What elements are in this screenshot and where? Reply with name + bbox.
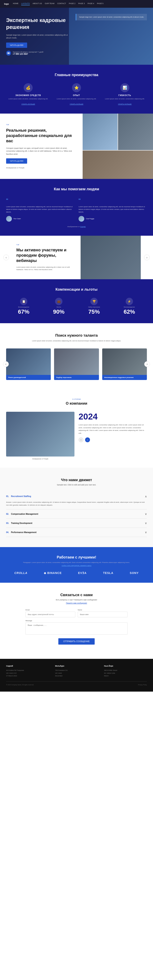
advantages-title: Главные преимущества <box>6 73 147 77</box>
about-image-link[interactable]: Изображение от Freepik <box>6 458 74 460</box>
how-help-link: Изображение от Freepik <box>6 226 147 228</box>
hero-phone-label: Закажите 20 минут с экспертом? 7 дней! <box>13 51 43 53</box>
advantage-title-0: ЭКОНОМИЯ СРЕДСТВ <box>6 94 50 97</box>
compensation-section: Компенсации и льготы 📋 Вознаграждение 67… <box>0 279 153 323</box>
advantages-section: Главные преимущества 💰 ЭКОНОМИЯ СРЕДСТВ … <box>0 65 153 114</box>
faq-header-2[interactable]: 03. Training Development ∨ <box>6 519 147 528</box>
author-avatar-0 <box>6 216 12 222</box>
comp-label-3: Вознаграждение <box>124 306 135 308</box>
nav-link-page 4[interactable]: PAGE 4 <box>87 2 94 5</box>
comp-icon-3: ⚡ <box>126 298 133 305</box>
nav-link-contact[interactable]: CONTACT <box>57 2 66 5</box>
talent-prev-arrow[interactable]: ‹ <box>3 361 9 367</box>
author-name-0: Пол Смит <box>13 218 21 220</box>
real-solutions-button[interactable]: ЧИТАТЬ ДАЛЕЕ <box>6 158 27 164</box>
hero-phone-info: Закажите 20 минут с экспертом? 7 дней! +… <box>13 51 43 55</box>
talent-card-image-0 <box>6 348 51 375</box>
advantage-link-1[interactable]: УЗНАТЬ БОЛЬШЕ <box>69 103 83 105</box>
compensation-grid: 📋 Вознаграждение 67% 💼 Льготы 90% 🏆 Набо… <box>6 298 147 315</box>
comp-icon-2: 🏆 <box>90 298 98 305</box>
faq-container: 01. Recruitment Staffing ∧ Answer. Lorem… <box>6 492 147 537</box>
forums-next-btn[interactable]: › <box>141 255 153 260</box>
real-solutions-section: ТЭГ Реальные решения, разработанные спец… <box>0 114 153 179</box>
faq-title-2: Training Development <box>11 522 145 524</box>
advantage-icon-2: 📊 <box>120 83 129 92</box>
nav-link-our team[interactable]: OUR TEAM <box>45 2 54 5</box>
real-solutions-left: ТЭГ Реальные решения, разработанные спец… <box>0 114 83 179</box>
nav-link-page 3[interactable]: PAGE 3 <box>78 2 85 5</box>
talent-card-label-1: Подбор персонала <box>54 375 99 380</box>
faq-num-2: 03. <box>6 522 9 524</box>
partner-logo-2: EVƎA <box>78 571 87 574</box>
forums-right-arrow[interactable]: › <box>144 255 150 260</box>
talent-card-2: Инновационные кадровые решения <box>102 348 147 380</box>
testimonial-text-0: Lorem ipsum dolor sit amet, consectetur … <box>6 205 74 213</box>
hero-phone-number: +7 999 123 4567 <box>13 53 43 55</box>
footer-copyright: © 2024 Company Name. All rights reserved… <box>6 684 34 686</box>
compensation-item-3: ⚡ Вознаграждение 62% <box>124 298 135 315</box>
message-input[interactable] <box>26 622 127 635</box>
forums-image <box>81 236 141 280</box>
how-help-link-text[interactable]: Freepik <box>80 226 86 228</box>
advantage-link-0[interactable]: УЗНАТЬ БОЛЬШЕ <box>21 103 35 105</box>
about-next-btn[interactable]: › <box>85 438 90 442</box>
nav-link-about us[interactable]: ABOUT US <box>33 2 42 5</box>
footer-line: December <box>55 675 98 677</box>
footer-privacy[interactable]: Privacy Policy <box>138 684 147 686</box>
faq-header-3[interactable]: 04. Performance Management ∨ <box>6 528 147 537</box>
contact-link[interactable]: Пишите нам сообщение! <box>6 602 147 604</box>
talent-next-arrow[interactable]: › <box>144 361 150 367</box>
hero-description: Sample large text. Lorem ipsum dolor sit… <box>6 34 71 39</box>
advantage-item-0: 💰 ЭКОНОМИЯ СРЕДСТВ Lorem ipsum dolor sit… <box>6 83 50 105</box>
talent-title: Поиск нужного таланта <box>6 333 147 338</box>
nav-link-layouts[interactable]: LAYOUTS <box>21 2 30 5</box>
advantage-link-2[interactable]: УЗНАТЬ БОЛЬШЕ <box>118 103 132 105</box>
about-content: Изображение от Freepik 2024 Lorem ipsum … <box>6 412 147 460</box>
about-right: 2024 Lorem ipsum dolor sit amet, consect… <box>79 412 147 460</box>
real-solutions-tag: ТЭГ <box>6 124 76 126</box>
about-prev-btn[interactable]: ‹ <box>79 438 84 442</box>
advantages-grid: 💰 ЭКОНОМИЯ СРЕДСТВ Lorem ipsum dolor sit… <box>6 83 147 105</box>
nav-link-page 2[interactable]: PAGE 2 <box>69 2 76 5</box>
name-label: Name <box>78 609 127 611</box>
nav-logo[interactable]: logo <box>4 3 9 5</box>
drives-subtitle: Sample text. Click to edit and add your … <box>6 484 147 486</box>
name-input[interactable] <box>78 612 127 617</box>
faq-header-0[interactable]: 01. Recruitment Staffing ∧ <box>6 492 147 501</box>
hero-phone: ☎ Закажите 20 минут с экспертом? 7 дней!… <box>6 51 71 56</box>
advantage-icon-1: ⭐ <box>72 83 81 92</box>
faq-toggle-2[interactable]: ∨ <box>145 522 147 525</box>
footer-col-title-2: Нью-Йорк <box>104 665 147 667</box>
forums-section: ‹ ТЭГ Мы активно участвуем и проводим фо… <box>0 236 153 280</box>
how-help-title: Как мы помогаем людям <box>6 187 147 191</box>
nav-link-home[interactable]: HOME <box>13 2 18 5</box>
faq-num-3: 04. <box>6 531 9 533</box>
comp-icon-0: 📋 <box>20 298 27 305</box>
forums-image-overlay <box>81 236 141 280</box>
faq-toggle-1[interactable]: ∨ <box>145 512 147 515</box>
advantage-item-2: 📊 ГИБКОСТЬ Lorem ipsum dolor sit amet, c… <box>103 83 147 105</box>
faq-title-0: Recruitment Staffing <box>11 495 145 498</box>
email-input[interactable] <box>26 612 75 617</box>
solution-image-1 <box>83 114 118 150</box>
footer-line: 27 March 2022 <box>6 675 49 677</box>
nav-links: HOMELAYOUTSABOUT USOUR TEAMCONTACTPAGE 2… <box>13 2 103 5</box>
faq-toggle-3[interactable]: ∨ <box>145 531 147 534</box>
talent-card-label-2: Инновационные кадровые решения <box>102 375 147 380</box>
partners-link[interactable]: чтобы стать партнером, нажмите здесь <box>6 565 147 566</box>
advantage-icon-0: 💰 <box>24 83 33 92</box>
contact-submit-button[interactable]: ОТПРАВИТЬ СООБЩЕНИЕ <box>58 638 95 644</box>
hero-cta-button[interactable]: ЧИТАТЬ ДАЛЕЕ <box>6 43 27 48</box>
faq-header-1[interactable]: 02. Compensation Management ∨ <box>6 509 147 519</box>
drives-title: Что нами движет <box>6 478 147 482</box>
forums-prev-btn[interactable]: ‹ <box>0 237 12 278</box>
real-solutions-link[interactable]: Изображение от Freepik <box>6 167 76 169</box>
drives-section: Что нами движет Sample text. Click to ed… <box>0 468 153 547</box>
forums-left-arrow[interactable]: ‹ <box>3 255 9 260</box>
partner-logos-container: CROLLA◆ BINANCEEVƎATESLASONY <box>6 571 147 574</box>
partner-logo-0: CROLLA <box>14 571 27 574</box>
faq-toggle-0[interactable]: ∧ <box>145 495 147 498</box>
nav-link-page 5[interactable]: PAGE 5 <box>97 2 103 5</box>
partner-logo-1: ◆ BINANCE <box>44 571 62 574</box>
footer-col-2: Нью-Йорк366 W 86th StreetNY 10024 USAMar… <box>104 665 147 677</box>
